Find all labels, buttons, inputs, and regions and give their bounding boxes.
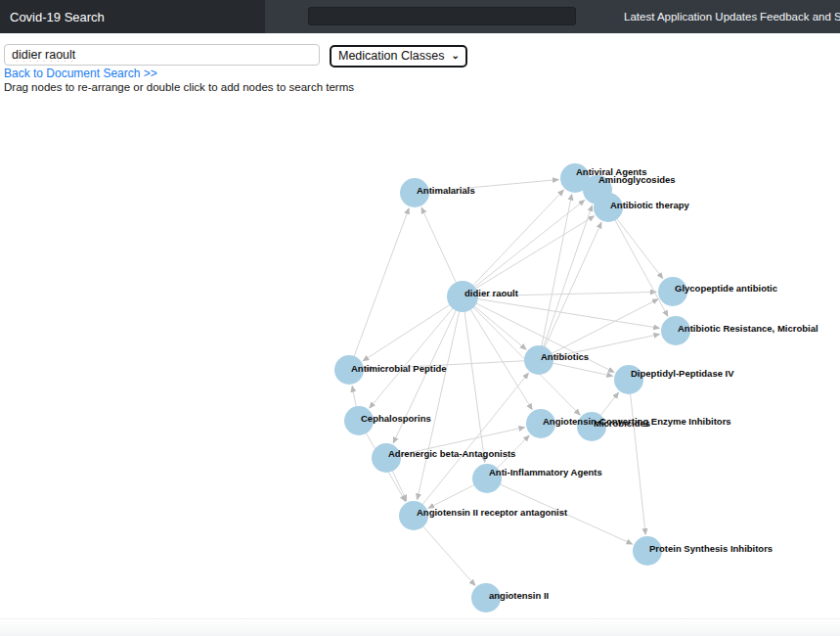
graph-node-label: Antibiotics [541, 351, 589, 362]
graph-node-label: Adrenergic beta-Antagonists [388, 448, 515, 459]
graph-node-label: Angiotensin II receptor antagonist [417, 507, 568, 518]
graph-node-label: Antimalarials [417, 185, 475, 196]
graph-node-label: Protein Synthesis Inhibitors [649, 543, 773, 554]
graph-edge [608, 207, 668, 316]
graph-edge [370, 296, 463, 408]
graph-node-label: Anti-Inflammatory Agents [489, 467, 602, 477]
graph-edge [414, 373, 528, 516]
graph-node-label: Antibiotic therapy [610, 200, 689, 210]
graph-edge [539, 222, 601, 360]
graph-edge [629, 380, 645, 534]
graph-edge [539, 195, 572, 360]
nodes-layer [334, 163, 690, 613]
network-graph-canvas: didier raoultAntimalarialsAntiviral Agen… [0, 0, 840, 636]
graph-node-label: Microbicides [594, 418, 650, 429]
graph-node-label: Cephalosporins [361, 413, 431, 424]
graph-node-label: Dipeptidyl-Peptidase IV [631, 368, 734, 379]
graph-edge [463, 190, 563, 296]
graph-edge [418, 296, 463, 499]
footer-bar [0, 618, 840, 636]
graph-node-label: Aminoglycosides [598, 174, 676, 185]
graph-node-label: didier raoult [464, 288, 519, 298]
graph-node-label: Glycopeptide antibiotic [675, 283, 777, 294]
graph-node-label: Antibiotic Resistance, Microbial [678, 323, 818, 334]
graph-node-label: Antimicrobial Peptide [351, 363, 447, 374]
graph-node-label: angiotensin II [489, 590, 549, 601]
graph-edge [349, 208, 409, 370]
